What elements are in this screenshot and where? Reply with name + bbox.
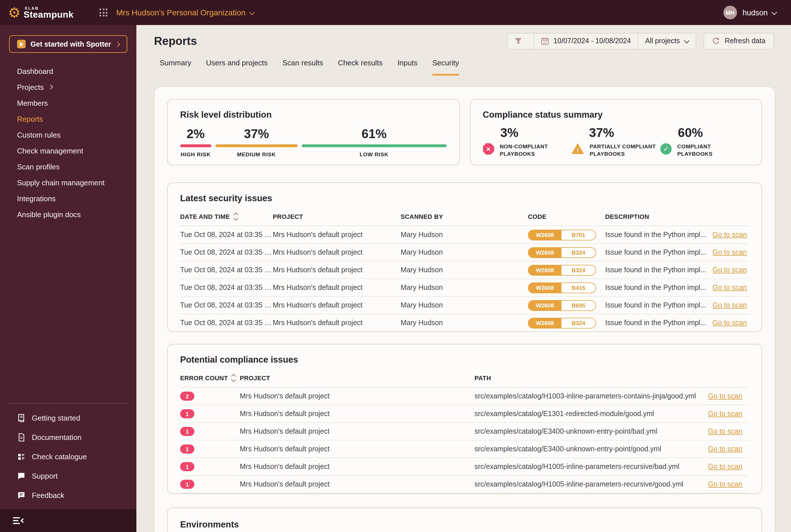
- sidebar-item-members[interactable]: Members: [0, 95, 136, 111]
- go-to-scan-link[interactable]: Go to scan: [713, 319, 747, 327]
- potential-compliance-issues-card: Potential compliance issues ERROR COUNT …: [167, 344, 762, 494]
- tab-check-results[interactable]: Check results: [338, 59, 383, 76]
- go-to-scan-link[interactable]: Go to scan: [708, 445, 742, 453]
- chevron-down-icon: [249, 9, 255, 15]
- code-badge: W2608B324: [528, 265, 596, 276]
- column-header-path: PATH: [475, 375, 708, 381]
- latest-security-issues-card: Latest security issues DATE AND TIME PRO…: [167, 183, 762, 332]
- table-row: Tue Oct 08, 2024 at 03:35 p... Mrs Hudso…: [180, 314, 749, 331]
- column-header-project: PROJECT: [240, 375, 475, 381]
- sidebar-item-custom-rules[interactable]: Custom rules: [0, 127, 136, 142]
- go-to-scan-link[interactable]: Go to scan: [713, 284, 747, 291]
- content-panel: Risk level distribution 2% HIGH RISK 37%…: [155, 87, 774, 532]
- username: hudson: [742, 8, 768, 17]
- risk-segment-low: 61% LOW RISK: [302, 127, 446, 157]
- spotter-button[interactable]: Get started with Spotter: [9, 35, 127, 53]
- sidebar-item-documentation[interactable]: Documentation: [0, 428, 136, 447]
- low-risk-bar: [302, 145, 446, 147]
- card-title: Environments: [180, 519, 749, 530]
- error-count-badge: 1: [180, 427, 194, 436]
- table-row: Tue Oct 08, 2024 at 03:35 p... Mrs Hudso…: [180, 226, 749, 244]
- sidebar-collapse-button[interactable]: [0, 509, 136, 532]
- sidebar-item-ansible-plugin-docs[interactable]: Ansible plugin docs: [0, 206, 136, 222]
- tab-users-and-projects[interactable]: Users and projects: [206, 59, 268, 76]
- sidebar-item-support[interactable]: Support: [0, 466, 136, 486]
- stat-compliant: 60% ✓ COMPLIANT PLAYBOOKS: [660, 126, 749, 158]
- tab-scan-results[interactable]: Scan results: [283, 59, 323, 76]
- org-switcher[interactable]: Mrs Hudson's Personal Organization: [116, 8, 246, 17]
- avatar: MH: [723, 6, 737, 19]
- chevron-down-icon: [684, 38, 690, 43]
- brand-logo[interactable]: ⚙ XLAB Steampunk: [8, 5, 74, 20]
- sort-icon: [234, 213, 237, 220]
- filters: 10/07/2024 - 10/08/2024 All projects Ref…: [507, 33, 774, 49]
- code-badge: W2608B324: [528, 318, 596, 328]
- refresh-data-button[interactable]: Refresh data: [704, 33, 774, 49]
- gear-logo-icon: ⚙: [8, 5, 21, 20]
- risk-segment-medium: 37% MEDIUM RISK: [215, 127, 298, 157]
- sidebar-item-getting-started[interactable]: Getting started: [0, 408, 136, 428]
- risk-segment-high: 2% HIGH RISK: [180, 127, 211, 157]
- date-range-value: 10/07/2024 - 10/08/2024: [554, 37, 631, 45]
- medium-risk-bar: [215, 145, 298, 147]
- table-row: 1 Mrs Hudson's default project src/examp…: [180, 476, 749, 493]
- sidebar: Get started with Spotter Dashboard Proje…: [0, 25, 136, 532]
- risk-level-distribution-card: Risk level distribution 2% HIGH RISK 37%…: [167, 99, 459, 165]
- x-octagon-icon: ✕: [483, 143, 494, 155]
- table-row: 1 Mrs Hudson's default project src/examp…: [180, 440, 749, 458]
- go-to-scan-link[interactable]: Go to scan: [713, 231, 747, 239]
- table-row: Tue Oct 08, 2024 at 03:35 p... Mrs Hudso…: [180, 279, 749, 297]
- tab-inputs[interactable]: Inputs: [398, 59, 418, 76]
- table-header: ERROR COUNT PROJECT PATH: [180, 375, 749, 387]
- filter-group: 10/07/2024 - 10/08/2024 All projects: [507, 33, 696, 49]
- refresh-icon: [712, 37, 720, 45]
- chevron-down-icon: [771, 9, 777, 15]
- sidebar-item-check-management[interactable]: Check management: [0, 142, 136, 158]
- table-row: Tue Oct 08, 2024 at 03:35 p... Mrs Hudso…: [180, 244, 749, 262]
- tab-summary[interactable]: Summary: [160, 59, 191, 76]
- project-filter-select[interactable]: All projects: [638, 33, 696, 49]
- sidebar-nav: Dashboard Projects Members Reports Custo…: [0, 63, 136, 222]
- environments-card: Environments: [167, 508, 762, 532]
- project-filter-value: All projects: [645, 37, 680, 45]
- code-badge: W2608B324: [528, 247, 596, 258]
- document-icon: [17, 433, 25, 441]
- table-row: Tue Oct 08, 2024 at 03:35 p... Mrs Hudso…: [180, 297, 749, 314]
- go-to-scan-link[interactable]: Go to scan: [708, 428, 742, 435]
- go-to-scan-link[interactable]: Go to scan: [708, 410, 742, 418]
- table-row: Tue Oct 08, 2024 at 03:35 p... Mrs Hudso…: [180, 262, 749, 279]
- column-header-error-count[interactable]: ERROR COUNT: [180, 375, 240, 381]
- sidebar-item-check-catalogue[interactable]: Check catalogue: [0, 447, 136, 466]
- filter-funnel-button[interactable]: [507, 33, 534, 49]
- main-area: Reports 10/07/2024 - 10/08/2024 All: [136, 25, 791, 532]
- brand-xlab: XLAB: [25, 6, 74, 10]
- go-to-scan-link[interactable]: Go to scan: [713, 266, 747, 274]
- go-to-scan-link[interactable]: Go to scan: [708, 392, 742, 400]
- error-count-badge: 1: [180, 409, 194, 418]
- column-header-scanned-by: SCANNED BY: [401, 213, 528, 220]
- sidebar-item-projects[interactable]: Projects: [0, 79, 136, 95]
- error-count-badge: 1: [180, 462, 194, 471]
- app-grid-icon[interactable]: [100, 8, 108, 17]
- user-menu[interactable]: MH hudson: [723, 6, 776, 19]
- go-to-scan-link[interactable]: Go to scan: [708, 463, 742, 471]
- sidebar-item-dashboard[interactable]: Dashboard: [0, 63, 136, 79]
- go-to-scan-link[interactable]: Go to scan: [713, 301, 747, 309]
- sidebar-item-integrations[interactable]: Integrations: [0, 190, 136, 206]
- catalogue-icon: [17, 452, 25, 461]
- date-range-button[interactable]: 10/07/2024 - 10/08/2024: [534, 33, 638, 49]
- code-badge: W2608B701: [528, 229, 596, 240]
- sidebar-item-feedback[interactable]: Feedback: [0, 486, 136, 505]
- table-row: 2 Mrs Hudson's default project src/examp…: [180, 387, 749, 405]
- sidebar-item-reports[interactable]: Reports: [0, 111, 136, 127]
- sort-icon: [232, 375, 235, 381]
- column-header-date[interactable]: DATE AND TIME: [180, 213, 273, 220]
- stat-non-compliant: 3% ✕ NON-COMPLIANT PLAYBOOKS: [483, 126, 572, 158]
- go-to-scan-link[interactable]: Go to scan: [708, 480, 742, 488]
- sidebar-item-supply-chain[interactable]: Supply chain management: [0, 174, 136, 190]
- play-icon: [17, 40, 25, 48]
- tab-security[interactable]: Security: [432, 59, 459, 76]
- go-to-scan-link[interactable]: Go to scan: [713, 248, 747, 256]
- sidebar-item-scan-profiles[interactable]: Scan profiles: [0, 158, 136, 174]
- column-header-description: DESCRIPTION: [605, 213, 713, 220]
